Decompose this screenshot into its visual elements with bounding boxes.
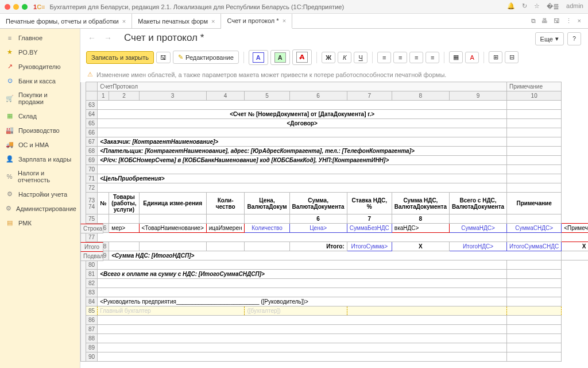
- sidebar-item-main[interactable]: ≡Главное: [0, 31, 80, 45]
- underline-button[interactable]: Ч: [354, 52, 368, 63]
- doc-payer[interactable]: <Плательщик: [КонтрагентНаименование], а…: [98, 147, 507, 156]
- percent-icon: %: [6, 173, 13, 180]
- close-icon[interactable]: ×: [283, 17, 286, 24]
- tab-layouts[interactable]: Макеты печатных форм×: [132, 14, 221, 28]
- area-footer: Подвал: [80, 251, 103, 261]
- sidebar-item-salary[interactable]: 👤Зарплата и кадры: [0, 152, 80, 166]
- close-icon[interactable]: [5, 4, 10, 10]
- sidebar-item-rmk[interactable]: ▤РМК: [0, 216, 80, 230]
- help-button[interactable]: ?: [567, 32, 581, 45]
- boxes-icon: ▦: [6, 112, 14, 120]
- navigation-sidebar: ≡Главное ★PO.BY ↗Руководителю ⊙Банк и ка…: [0, 29, 80, 368]
- pencil-icon: ✎: [178, 53, 183, 61]
- align-left-button[interactable]: ≡: [377, 52, 391, 63]
- register-icon: ▤: [6, 219, 14, 227]
- warning-icon: ⚠: [87, 71, 93, 78]
- search-icon[interactable]: �를: [547, 2, 559, 11]
- app-logo: 1C≡: [33, 3, 45, 10]
- sidebar-item-poby[interactable]: ★PO.BY: [0, 45, 80, 59]
- area-row: Строка: [80, 224, 103, 233]
- save-button[interactable]: 🖫: [156, 52, 171, 63]
- doc-customer[interactable]: <Заказчик: [КонтрагентНаименование]>: [98, 137, 507, 147]
- star-icon[interactable]: ☆: [534, 2, 540, 11]
- save-close-button[interactable]: Записать и закрыть: [86, 51, 154, 64]
- tab-invoice-protocol[interactable]: Счет и протокол *×: [221, 14, 292, 29]
- doc-title[interactable]: <Счет № [НомерДокумента] от [ДатаДокумен…: [98, 110, 507, 119]
- sidebar-item-admin[interactable]: ⚙Администрирование: [0, 201, 80, 216]
- spreadsheet[interactable]: СчетПротокол Примечание 1 2 3 4 5 6 7 8 …: [80, 82, 588, 368]
- insert-button[interactable]: ⊞: [489, 51, 502, 63]
- border-button[interactable]: ▦: [449, 51, 463, 63]
- area-total: Итого: [80, 242, 103, 252]
- doc-contract[interactable]: <Договор>: [98, 119, 507, 128]
- chevron-down-icon: ▾: [555, 35, 559, 43]
- bank-icon: ⊙: [6, 77, 14, 85]
- history-icon[interactable]: ↻: [522, 2, 527, 11]
- window-controls[interactable]: [5, 4, 28, 10]
- document-tabs: Печатные формы, отчеты и обработки× Маке…: [0, 14, 588, 29]
- truck-icon: 🚚: [6, 141, 14, 148]
- doc-account[interactable]: <Р/сч: [КОБСНомерСчета] в [КОБСБанкНаиме…: [98, 156, 507, 165]
- bold-button[interactable]: Ж: [322, 52, 335, 63]
- align-center-button[interactable]: ≡: [393, 52, 407, 63]
- align-justify-button[interactable]: ≡: [425, 52, 439, 63]
- area-header: СчетПротокол: [98, 82, 507, 91]
- clear-format-button[interactable]: A̶: [292, 49, 312, 65]
- more-button[interactable]: Еще ▾: [535, 32, 564, 45]
- warning-bar: ⚠ Изменение имен областей, а также парам…: [80, 67, 588, 82]
- cart-icon: 🛒: [6, 95, 14, 102]
- close-icon[interactable]: ×: [122, 18, 126, 25]
- titlebar: 1C≡ Бухгалтерия для Беларуси, редакция 2…: [0, 0, 588, 14]
- sidebar-item-settings[interactable]: ⚙Настройки учета: [0, 187, 80, 201]
- align-right-button[interactable]: ≡: [409, 52, 423, 63]
- forward-button[interactable]: →: [102, 32, 114, 44]
- sidebar-item-assets[interactable]: 🚚ОС и НМА: [0, 137, 80, 152]
- user-label[interactable]: admin: [566, 2, 583, 11]
- area-note: Примечание: [507, 82, 562, 91]
- toolbar: Записать и закрыть 🖫 ✎Редактирование A A…: [80, 47, 588, 67]
- back-button[interactable]: ←: [86, 32, 98, 44]
- italic-button[interactable]: К: [338, 52, 351, 63]
- sidebar-item-sales[interactable]: 🛒Покупки и продажи: [0, 88, 80, 109]
- factory-icon: 🏭: [6, 126, 14, 134]
- font-color-button[interactable]: A: [249, 50, 268, 65]
- close-icon[interactable]: ×: [211, 18, 215, 25]
- minimize-icon[interactable]: [13, 4, 19, 10]
- page-title: Счет и протокол *: [124, 32, 204, 44]
- sidebar-item-warehouse[interactable]: ▦Склад: [0, 109, 80, 123]
- sidebar-item-bank[interactable]: ⊙Банк и касса: [0, 74, 80, 88]
- border-color-button[interactable]: A: [465, 52, 479, 63]
- chart-icon: ↗: [6, 63, 14, 70]
- edit-mode-button[interactable]: ✎Редактирование: [173, 51, 239, 64]
- selected-row[interactable]: 85Главный бухгалтер([бухгалтер]): [81, 306, 589, 316]
- delete-button[interactable]: ⊟: [505, 51, 519, 63]
- star-icon: ★: [6, 48, 14, 56]
- person-icon: 👤: [6, 155, 14, 163]
- sidebar-item-taxes[interactable]: %Налоги и отчетность: [0, 166, 80, 187]
- sidebar-item-production[interactable]: 🏭Производство: [0, 123, 80, 137]
- maximize-icon[interactable]: [22, 4, 28, 10]
- bg-color-button[interactable]: A: [270, 50, 290, 65]
- bell-icon[interactable]: 🔔: [507, 2, 515, 11]
- gear-icon: ⚙: [6, 190, 14, 198]
- sidebar-item-manager[interactable]: ↗Руководителю: [0, 59, 80, 74]
- menu-icon: ≡: [6, 34, 14, 41]
- doc-purpose[interactable]: <ЦельПриобретения>: [98, 174, 507, 183]
- gear-icon: ⚙: [6, 205, 11, 212]
- window-title: Бухгалтерия для Беларуси, редакция 2.1. …: [50, 3, 508, 10]
- tab-print-forms[interactable]: Печатные формы, отчеты и обработки×: [0, 14, 132, 28]
